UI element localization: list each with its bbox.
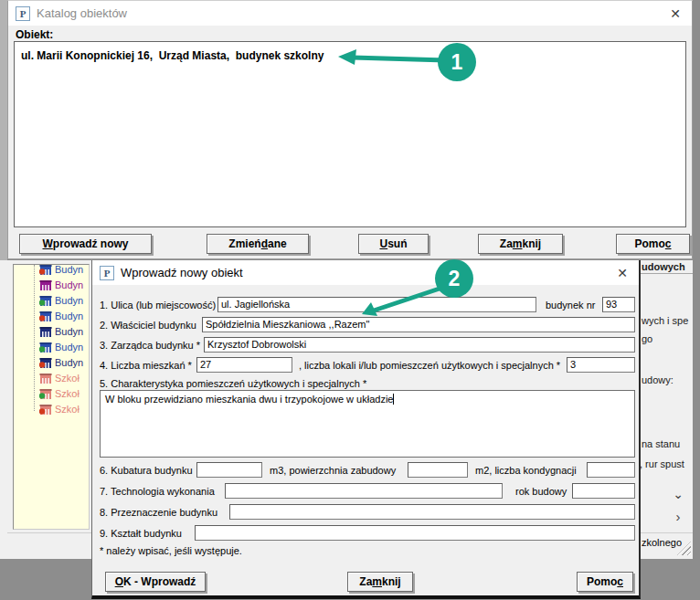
clipped-divider — [638, 273, 693, 274]
rok-budowy-field[interactable] — [572, 483, 635, 499]
clipped-text-fragment: udowy: — [642, 374, 673, 385]
tree-item[interactable]: Budyn — [39, 309, 89, 323]
tree-item-label: Budyn — [55, 311, 83, 321]
scroll-down-icon[interactable]: ⌄ — [671, 487, 685, 501]
building-icon — [39, 326, 52, 337]
charakterystyka-label: 5. Charakterystyka pomieszczeń użytkowyc… — [100, 378, 366, 389]
ksztalt-label: 9. Kształt budynku — [100, 528, 182, 539]
tree-item[interactable]: Szkoł — [39, 402, 89, 416]
kubatura-label: 6. Kubatura budynku — [100, 465, 193, 476]
ulica-label: 1. Ulica (lub miejscowość) — [100, 300, 216, 311]
building-icon — [39, 404, 52, 415]
dialog1-titlebar[interactable]: P Katalog obiektów ✕ — [8, 1, 692, 26]
dialog1-title: Katalog obiektów — [37, 6, 127, 20]
charakterystyka-textarea[interactable]: W bloku przewidziano mieszkania dwu i tr… — [100, 390, 635, 458]
zmien-dane-button[interactable]: Zmień dane — [207, 234, 309, 254]
tree-item[interactable]: Szkoł — [39, 386, 89, 401]
clipped-text-fragment: udowych — [642, 261, 685, 272]
tree-item-label: Budyn — [55, 295, 83, 306]
kondygnacje-label: m2, liczba kondygnacji — [475, 465, 577, 476]
ok-wprowadz-button[interactable]: OK - Wprowadź — [105, 572, 206, 592]
tree-item[interactable]: Budyn — [39, 355, 89, 370]
object-tree-panel: Budyn Budyn Budyn Budyn Budyn Budyn — [13, 264, 90, 530]
tree-item[interactable]: Budyn — [39, 340, 89, 354]
object-textarea[interactable]: ul. Marii Konopnickiej 16, Urząd Miasta,… — [14, 41, 686, 227]
tree-item-label: Budyn — [55, 357, 83, 368]
building-icon — [39, 311, 52, 321]
desktop: Budyn Budyn Budyn Budyn Budyn Budyn — [0, 0, 700, 600]
ksztalt-field[interactable] — [195, 525, 635, 541]
building-icon — [39, 342, 52, 353]
liczba-mieszkan-label: 4. Liczba mieszkań * — [100, 360, 192, 371]
building-icon — [39, 295, 52, 306]
tree-item-label: Szkoł — [55, 388, 80, 399]
rok-budowy-label: rok budowy — [515, 486, 567, 497]
clipped-text-fragment: na stanu — [642, 438, 680, 449]
building-icon — [39, 264, 52, 275]
tree-item[interactable]: Szkoł — [39, 371, 89, 385]
close-icon[interactable]: ✕ — [666, 5, 684, 23]
usun-button[interactable]: Usuń — [358, 234, 429, 254]
building-icon — [39, 357, 52, 368]
building-icon — [39, 388, 52, 399]
text-caret — [393, 394, 394, 405]
powierzchnia-field[interactable] — [408, 462, 468, 478]
object-text: ul. Marii Konopnickiej 16, Urząd Miasta,… — [21, 49, 323, 62]
tree-item-label: Szkoł — [55, 404, 80, 415]
przeznaczenie-label: 8. Przeznaczenie budynku — [100, 507, 217, 518]
pomoc-button[interactable]: Pomoc — [616, 234, 690, 254]
clipped-text-fragment: , rur spust — [640, 458, 684, 469]
dialog-katalog-obiektow: P Katalog obiektów ✕ Obiekt: ul. Marii K… — [7, 0, 693, 259]
liczba-mieszkan-field[interactable]: 27 — [196, 357, 292, 373]
powierzchnia-label: m3, powierzchnia zabudowy — [270, 465, 396, 476]
tree-item-label: Budyn — [55, 342, 83, 353]
zarzadca-label: 3. Zarządca budynku * — [100, 340, 200, 351]
footnote: * należy wpisać, jeśli występuje. — [100, 545, 242, 556]
tree-item[interactable]: Budyn — [39, 293, 89, 308]
tree-item-label: Szkoł — [55, 373, 80, 384]
budynek-nr-label: budynek nr — [546, 300, 595, 311]
dialog2-title: Wprowadź nowy obiekt — [121, 266, 243, 279]
budynek-nr-field[interactable]: 93 — [602, 297, 635, 312]
liczba-lokali-field[interactable]: 3 — [567, 357, 635, 373]
zarzadca-field[interactable]: Krzysztof Dobrowolski — [204, 337, 635, 353]
tree-item-label: Budyn — [55, 264, 83, 275]
dialog2-titlebar[interactable]: P Wprowadź nowy obiekt ✕ — [92, 260, 639, 285]
wprowadz-nowy-button[interactable]: Wprowadź nowy — [19, 234, 152, 254]
zamknij-button[interactable]: Zamknij — [478, 234, 563, 254]
close-icon[interactable]: ✕ — [613, 264, 631, 282]
statusbar-text: zkolnego — [642, 537, 682, 548]
tree-branch-line — [34, 265, 36, 411]
scroll-right-icon[interactable]: › — [671, 509, 685, 523]
tree-item-label: Budyn — [55, 279, 83, 290]
pomoc-button[interactable]: Pomoc — [577, 572, 633, 592]
app-icon: P — [100, 266, 114, 280]
tree-item[interactable]: Budyn — [39, 278, 89, 292]
wlasciciel-field[interactable]: Spółdzielnia Mieszkaniowa ,,Razem" — [202, 317, 635, 332]
dialog-wprowadz-nowy-obiekt: P Wprowadź nowy obiekt ✕ 1. Ulica (lub m… — [91, 260, 641, 599]
technologia-label: 7. Technologia wykonania — [100, 486, 215, 497]
liczba-lokali-label: , liczba lokali i/lub pomieszczeń użytko… — [299, 360, 560, 371]
technologia-field[interactable] — [225, 483, 503, 499]
tree-item[interactable]: Budyn — [39, 264, 89, 277]
clipped-text-fragment: wych i spe — [642, 315, 688, 326]
building-icon — [39, 373, 52, 384]
clipped-text-fragment: go — [642, 333, 652, 344]
building-icon — [39, 279, 52, 290]
object-label: Obiekt: — [16, 28, 53, 41]
zamknij-button[interactable]: Zamknij — [347, 572, 413, 592]
charakterystyka-text: W bloku przewidziano mieszkania dwu i tr… — [105, 394, 393, 405]
ulica-field[interactable]: ul. Jagiellońska — [217, 297, 536, 312]
tree-item[interactable]: Budyn — [39, 324, 89, 339]
kondygnacje-field[interactable] — [587, 462, 635, 478]
app-icon: P — [16, 6, 30, 21]
przeznaczenie-field[interactable] — [229, 504, 635, 520]
wlasciciel-label: 2. Właściciel budynku — [100, 320, 196, 331]
kubatura-field[interactable] — [196, 462, 262, 478]
tree-item-label: Budyn — [55, 326, 83, 337]
